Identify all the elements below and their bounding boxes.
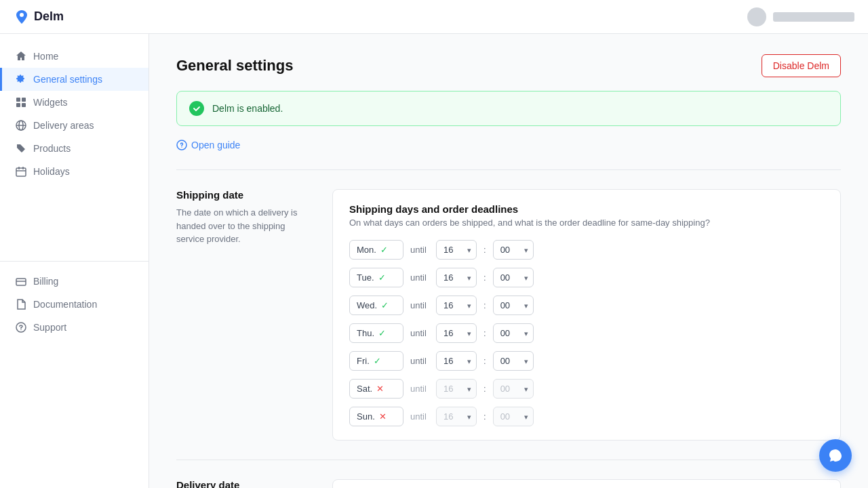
delivery-date-title: Delivery date [176,479,312,488]
open-guide-label: Open guide [191,140,240,150]
minute-select[interactable]: 00153045 [493,268,534,287]
minute-select[interactable]: 00153045 [493,240,534,260]
hour-select[interactable]: 0001020304050607080910111213141516171819… [436,268,477,287]
disable-delm-button[interactable]: Disable Delm [762,54,841,77]
svg-rect-2 [22,98,26,102]
hour-select[interactable]: 0001020304050607080910111213141516171819… [436,240,477,260]
sidebar-item-support[interactable]: Support [0,316,149,339]
svg-rect-8 [16,168,26,176]
sidebar-item-billing-label: Billing [33,276,58,287]
minute-select[interactable]: 00153045 [493,407,534,426]
minute-select[interactable]: 00153045 [493,379,534,399]
day-row: Mon. ✓ until 000102030405060708091011121… [349,240,824,260]
day-label: Sat. [357,384,372,394]
sidebar-item-products-label: Products [33,143,71,154]
until-label: until [410,300,429,310]
minute-select[interactable]: 00153045 [493,351,534,371]
topbar: Delm [0,0,868,34]
hour-select[interactable]: 0001020304050607080910111213141516171819… [436,296,477,315]
minute-select-wrapper: 00153045 [493,379,534,399]
day-row: Tue. ✓ until 000102030405060708091011121… [349,268,824,287]
hour-select-wrapper: 0001020304050607080910111213141516171819… [436,268,477,287]
minute-select-wrapper: 00153045 [493,323,534,343]
logo-icon [14,9,30,25]
day-label: Fri. [357,356,370,366]
hour-select-wrapper: 0001020304050607080910111213141516171819… [436,351,477,371]
day-status-icon: ✓ [378,328,386,338]
day-toggle-btn[interactable]: Sat. ✕ [349,379,403,399]
colon: : [484,356,486,366]
until-label: until [410,384,429,394]
day-row: Wed. ✓ until 000102030405060708091011121… [349,296,824,315]
colon: : [484,411,486,422]
logo-text: Delm [34,9,64,24]
sidebar-item-widgets[interactable]: Widgets [0,91,149,114]
shipping-date-label: Shipping date The date on which a delive… [176,189,312,441]
main-layout: Home General settings Widgets Delivery a… [0,34,868,488]
widgets-icon [16,97,26,108]
day-row: Fri. ✓ until 000102030405060708091011121… [349,351,824,371]
main-content: General settings Disable Delm Delm is en… [149,34,868,488]
tag-icon [16,143,26,154]
sidebar-item-holidays[interactable]: Holidays [0,160,149,183]
sidebar-item-home-label: Home [33,51,58,62]
day-toggle-btn[interactable]: Wed. ✓ [349,296,403,315]
day-toggle-btn[interactable]: Thu. ✓ [349,323,403,343]
colon: : [484,300,486,310]
svg-point-0 [20,13,24,17]
success-alert: Delm is enabled. [176,91,841,126]
open-guide-link[interactable]: Open guide [176,140,841,150]
day-label: Thu. [357,328,374,338]
until-label: until [410,356,429,366]
day-toggle-btn[interactable]: Mon. ✓ [349,240,403,260]
minute-select-wrapper: 00153045 [493,296,534,315]
minute-select[interactable]: 00153045 [493,323,534,343]
sidebar-item-general-settings-label: General settings [33,74,102,85]
sidebar-item-home[interactable]: Home [0,45,149,68]
hour-select[interactable]: 0001020304050607080910111213141516171819… [436,323,477,343]
delivery-date-section: Delivery date The date on which a delive… [176,479,841,488]
day-row: Sun. ✕ until 000102030405060708091011121… [349,407,824,426]
svg-rect-1 [16,98,20,102]
divider [176,169,841,170]
minute-select-wrapper: 00153045 [493,240,534,260]
sidebar-item-general-settings[interactable]: General settings [0,68,149,91]
day-toggle-btn[interactable]: Sun. ✕ [349,407,403,426]
globe-icon [16,120,26,131]
svg-rect-3 [16,103,20,107]
calendar-icon [16,166,26,177]
avatar [747,7,766,26]
chat-button[interactable] [819,439,852,472]
colon: : [484,328,486,338]
home-icon [16,51,26,62]
sidebar-item-billing[interactable]: Billing [0,270,149,293]
colon: : [484,245,486,255]
hour-select[interactable]: 0001020304050607080910111213141516171819… [436,407,477,426]
hour-select[interactable]: 0001020304050607080910111213141516171819… [436,351,477,371]
alert-text: Delm is enabled. [212,103,283,114]
hour-select[interactable]: 0001020304050607080910111213141516171819… [436,379,477,399]
colon: : [484,384,486,394]
day-toggle-btn[interactable]: Fri. ✓ [349,351,403,371]
user-name [773,12,854,22]
until-label: until [410,272,429,283]
hour-select-wrapper: 0001020304050607080910111213141516171819… [436,379,477,399]
sidebar-item-documentation[interactable]: Documentation [0,293,149,316]
topbar-right [747,7,854,26]
sidebar-item-delivery-areas-label: Delivery areas [33,120,94,131]
chat-icon [828,448,843,463]
minute-select-wrapper: 00153045 [493,407,534,426]
until-label: until [410,328,429,338]
colon: : [484,272,486,283]
hour-select-wrapper: 0001020304050607080910111213141516171819… [436,407,477,426]
day-label: Tue. [357,272,374,283]
day-status-icon: ✕ [376,384,384,394]
day-label: Sun. [357,411,375,422]
minute-select[interactable]: 00153045 [493,296,534,315]
sidebar-item-delivery-areas[interactable]: Delivery areas [0,114,149,137]
sidebar-item-products[interactable]: Products [0,137,149,160]
day-toggle-btn[interactable]: Tue. ✓ [349,268,403,287]
day-status-icon: ✓ [378,272,386,283]
shipping-days-card-wrapper: Shipping days and order deadlines On wha… [332,189,841,441]
sidebar-nav: Home General settings Widgets Delivery a… [0,45,149,253]
